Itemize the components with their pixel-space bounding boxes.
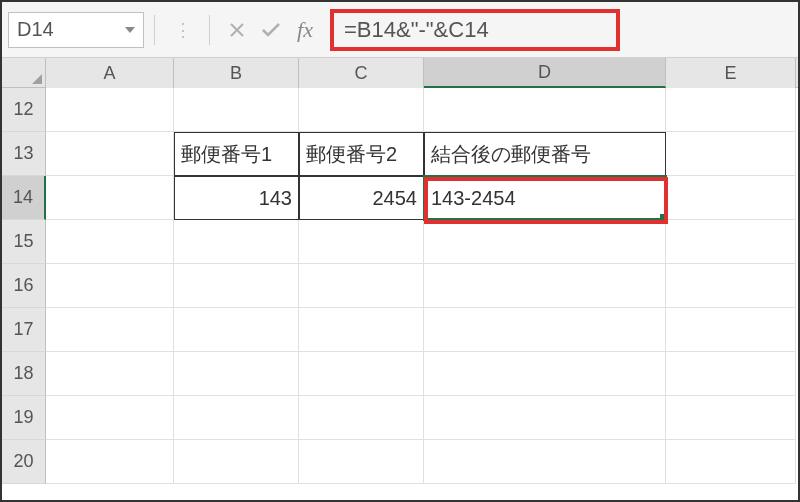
cell-E15[interactable] [666, 220, 796, 264]
cell-B13[interactable]: 郵便番号1 [174, 132, 299, 176]
cell-B17[interactable] [174, 308, 299, 352]
cell-C17[interactable] [299, 308, 424, 352]
cell-C20[interactable] [299, 440, 424, 484]
cell-E20[interactable] [666, 440, 796, 484]
col-header-E[interactable]: E [666, 58, 796, 88]
more-icon[interactable]: ⋮ [167, 15, 197, 45]
formula-input[interactable] [344, 17, 606, 43]
cell-D19[interactable] [424, 396, 666, 440]
cell-E18[interactable] [666, 352, 796, 396]
cell-E13[interactable] [666, 132, 796, 176]
cell-A13[interactable] [46, 132, 174, 176]
separator [154, 15, 155, 45]
cell-A20[interactable] [46, 440, 174, 484]
col-header-C[interactable]: C [299, 58, 424, 88]
cell-B19[interactable] [174, 396, 299, 440]
cell-A14[interactable] [46, 176, 174, 220]
cell-D16[interactable] [424, 264, 666, 308]
row-header-20[interactable]: 20 [2, 440, 46, 484]
cell-E14[interactable] [666, 176, 796, 220]
formula-bar: D14 ⋮ fx [2, 2, 798, 58]
row-header-14[interactable]: 14 [2, 176, 46, 220]
row-header-18[interactable]: 18 [2, 352, 46, 396]
fx-icon[interactable]: fx [290, 15, 320, 45]
row-header-12[interactable]: 12 [2, 88, 46, 132]
cell-B12[interactable] [174, 88, 299, 132]
cell-B15[interactable] [174, 220, 299, 264]
cell-D15[interactable] [424, 220, 666, 264]
cell-D17[interactable] [424, 308, 666, 352]
cell-C13[interactable]: 郵便番号2 [299, 132, 424, 176]
cell-D14-value: 143-2454 [431, 187, 516, 210]
cell-A19[interactable] [46, 396, 174, 440]
select-all-corner[interactable] [2, 58, 46, 88]
row-header-16[interactable]: 16 [2, 264, 46, 308]
col-header-D[interactable]: D [424, 58, 666, 88]
cancel-icon[interactable] [222, 15, 252, 45]
cell-A18[interactable] [46, 352, 174, 396]
name-box[interactable]: D14 [8, 12, 144, 48]
cell-D13[interactable]: 結合後の郵便番号 [424, 132, 666, 176]
name-box-value: D14 [17, 18, 54, 41]
cell-B18[interactable] [174, 352, 299, 396]
col-header-A[interactable]: A [46, 58, 174, 88]
col-header-B[interactable]: B [174, 58, 299, 88]
cell-C14[interactable]: 2454 [299, 176, 424, 220]
cell-B16[interactable] [174, 264, 299, 308]
cell-A15[interactable] [46, 220, 174, 264]
corner-triangle-icon [32, 74, 42, 84]
separator [209, 15, 210, 45]
cell-D12[interactable] [424, 88, 666, 132]
cell-A17[interactable] [46, 308, 174, 352]
enter-icon[interactable] [256, 15, 286, 45]
cell-D20[interactable] [424, 440, 666, 484]
cell-D14[interactable]: 143-2454 [424, 176, 666, 220]
row-header-19[interactable]: 19 [2, 396, 46, 440]
cell-D18[interactable] [424, 352, 666, 396]
cell-E16[interactable] [666, 264, 796, 308]
cell-A16[interactable] [46, 264, 174, 308]
cell-B20[interactable] [174, 440, 299, 484]
cell-B14[interactable]: 143 [174, 176, 299, 220]
cell-C12[interactable] [299, 88, 424, 132]
cell-C16[interactable] [299, 264, 424, 308]
cell-C18[interactable] [299, 352, 424, 396]
cell-C19[interactable] [299, 396, 424, 440]
cell-A12[interactable] [46, 88, 174, 132]
cell-C15[interactable] [299, 220, 424, 264]
cell-E19[interactable] [666, 396, 796, 440]
cell-E12[interactable] [666, 88, 796, 132]
cell-E17[interactable] [666, 308, 796, 352]
spreadsheet-grid: A B C D E 12 13 郵便番号1 郵便番号2 結合後の郵便番号 14 … [2, 58, 798, 484]
row-header-13[interactable]: 13 [2, 132, 46, 176]
name-box-dropdown-icon[interactable] [125, 27, 135, 33]
formula-highlight [330, 9, 620, 51]
row-header-17[interactable]: 17 [2, 308, 46, 352]
row-header-15[interactable]: 15 [2, 220, 46, 264]
